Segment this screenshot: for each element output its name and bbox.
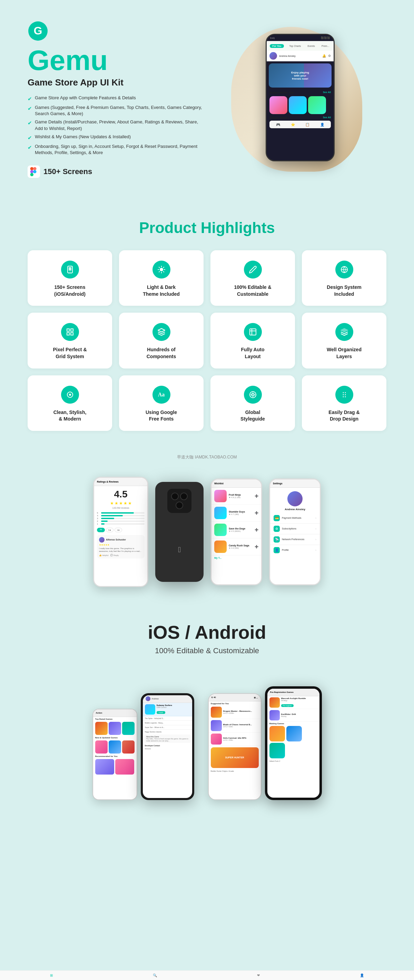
svg-text:G: G: [34, 24, 42, 37]
editable-label: 100% Editable &Customizable: [217, 284, 288, 298]
review-count: 143.5M reviews: [97, 507, 145, 509]
svg-point-4: [30, 170, 34, 173]
watermark: 早道大咖 IAMDK.TAOBAO.COM: [0, 452, 414, 463]
right-device-group: G4G⊞ ... Suggested for You Dragon Master…: [208, 686, 322, 800]
svg-point-25: [345, 394, 346, 395]
svg-point-24: [342, 394, 344, 395]
highlights-grid: 150+ Screens(iOS/Android) Light & DarkTh…: [27, 250, 387, 431]
check-icon-1: ✔: [27, 95, 32, 102]
feature-item-5: ✔ Onboarding, Sign up, Sign in, Account …: [27, 143, 207, 156]
suggested-label: Suggested for You: [209, 702, 261, 706]
left-small-header: Action: [96, 712, 102, 714]
check-icon-5: ✔: [27, 144, 32, 151]
highlight-card-fonts: Aa Using GoogleFree Fonts: [119, 375, 203, 431]
screens-icon: [61, 261, 79, 278]
editable-icon: [244, 261, 262, 278]
svg-rect-14: [71, 329, 73, 331]
auto-layout-label: Fully AutoLayout: [217, 347, 288, 360]
highlight-card-pixel: Pixel Perfect &Grid System: [27, 313, 112, 368]
check-icon-4: ✔: [27, 134, 32, 141]
valiant-label: Valiant Furic 2: [267, 759, 320, 763]
hero-section: G Gemu Game Store App UI Kit ✔ Game Stor…: [0, 0, 414, 199]
design-system-icon: [335, 261, 353, 278]
wishlist-phone-container: Wishlist Fruit Ninja ★ 4.8 (1.2M) ➕ Stum…: [211, 479, 262, 585]
brand-tagline: Game Store App UI Kit: [27, 77, 207, 88]
svg-point-7: [33, 170, 36, 173]
hero-right: 9:41 ⬛⬛⬛ For You Top Charts Events Prem.…: [207, 27, 387, 172]
phones-showcase-section: Ratings & Reviews 4.5 ★ ★ ★ ★ ★ 143.5M r…: [0, 463, 414, 601]
components-label: Hundreds ofComponents: [126, 347, 197, 360]
svg-point-27: [345, 396, 346, 397]
svg-point-19: [69, 394, 71, 396]
right-large-phone: Pre-Registration Games Warcraft Arclight…: [265, 686, 322, 800]
svg-rect-15: [67, 332, 69, 335]
left-small-phone: Action Top Rated Games New & Updated Gam…: [93, 709, 137, 800]
wishlist-phone: Wishlist Fruit Ninja ★ 4.8 (1.2M) ➕ Stum…: [211, 479, 262, 585]
pre-reg-label: Pre-Registration Games: [270, 691, 294, 693]
highlight-card-design-system: Design SystemIncluded: [302, 250, 387, 306]
super-son-label: Super Son - Where is th...: [143, 725, 192, 730]
pixel-label: Pixel Perfect &Grid System: [35, 347, 105, 360]
layers-icon: [335, 323, 353, 341]
top-rated-label: Top Rated Games: [93, 717, 137, 721]
new-updated-label: New & Updated Games: [93, 736, 137, 740]
ios-android-title: iOS / Android: [27, 622, 387, 643]
svg-point-5: [30, 173, 34, 176]
hero-left: G Gemu Game Store App UI Kit ✔ Game Stor…: [27, 21, 207, 178]
components-icon: [152, 323, 170, 341]
wishlist-header-text: Wishlist: [214, 482, 224, 485]
pixel-icon: [61, 323, 79, 341]
svg-point-6: [33, 167, 36, 170]
bubble-hunter-label: Bubble Hunter Origins: Arcade: [209, 769, 261, 773]
brand-name: Gemu: [27, 46, 207, 75]
ios-android-section: iOS / Android 100% Editable & Customizab…: [0, 601, 414, 679]
highlights-title: Product Highlights: [27, 219, 387, 237]
fonts-icon: Aa: [152, 386, 170, 404]
watermark-text: 早道大咖 IAMDK.TAOBAO.COM: [177, 455, 237, 460]
feature-item-2: ✔ Games (Suggested, Free & Premium Games…: [27, 105, 207, 117]
feature-item-4: ✔ Wishlist & My Games (New Updates & Ins…: [27, 134, 207, 141]
svg-rect-9: [69, 267, 72, 270]
svg-rect-17: [250, 329, 256, 335]
svg-point-26: [342, 396, 344, 397]
check-icon-3: ✔: [27, 119, 32, 127]
feature-item-1: ✔ Game Store App with Complete Features …: [27, 95, 207, 102]
svg-point-10: [70, 272, 70, 272]
ratings-header-text: Ratings & Reviews: [97, 480, 119, 483]
hero-phone-mockup: 9:41 ⬛⬛⬛ For You Top Charts Events Prem.…: [231, 27, 362, 172]
dark-phone-container: : [155, 482, 203, 582]
super-hunter-label: SUPER HUNTER: [225, 756, 244, 759]
svg-point-23: [345, 392, 346, 393]
svg-rect-16: [71, 332, 73, 335]
left-device-group: Action Top Rated Games New & Updated Gam…: [93, 686, 194, 800]
auto-layout-icon: [244, 323, 262, 341]
svg-point-11: [160, 268, 163, 271]
screens-label: 150+ Screens(iOS/Android): [35, 284, 105, 298]
ios-android-subtitle: 100% Editable & Customizable: [27, 646, 387, 655]
styleguide-label: GlobalStyleguide: [217, 409, 288, 423]
check-icon-2: ✔: [27, 105, 32, 112]
highlights-section: Product Highlights 150+ Screens(iOS/Andr…: [0, 199, 414, 452]
drag-drop-label: Easily Drag &Drop Design: [309, 409, 379, 423]
highlight-card-clean: Clean, Stylish,& Modern: [27, 375, 112, 431]
settings-header-text: Settings: [273, 482, 283, 485]
highlight-card-screens: 150+ Screens(iOS/Android): [27, 250, 112, 306]
spike-label: The Spike - Volleyball S...: [143, 716, 192, 721]
highlight-card-layers: Well OrganizedLayers: [302, 313, 387, 368]
waiting-games-label: Waiting Games: [267, 722, 320, 725]
device-showcase-section: Action Top Rated Games New & Updated Gam…: [0, 679, 414, 821]
footer-space: [0, 821, 414, 835]
settings-phone: Settings Andrew Ainsley 💳 Payment Method…: [269, 479, 321, 585]
dark-center-phone: : [155, 482, 203, 582]
svg-rect-13: [67, 329, 69, 331]
highlight-card-theme: Light & DarkTheme Included: [119, 250, 203, 306]
settings-username: Andrew Ainsley: [285, 508, 305, 511]
brand-logo-icon: G: [27, 21, 48, 41]
fonts-label: Using GoogleFree Fonts: [126, 409, 197, 423]
ratings-phone-container: Ratings & Reviews 4.5 ★ ★ ★ ★ ★ 143.5M r…: [93, 477, 149, 587]
ratings-phone: Ratings & Reviews 4.5 ★ ★ ★ ★ ★ 143.5M r…: [93, 477, 149, 587]
theme-icon: [152, 261, 170, 278]
hero-features-list: ✔ Game Store App with Complete Features …: [27, 95, 207, 156]
highlight-card-components: Hundreds ofComponents: [119, 313, 203, 368]
recommended-label: Recommended for You: [93, 754, 137, 758]
